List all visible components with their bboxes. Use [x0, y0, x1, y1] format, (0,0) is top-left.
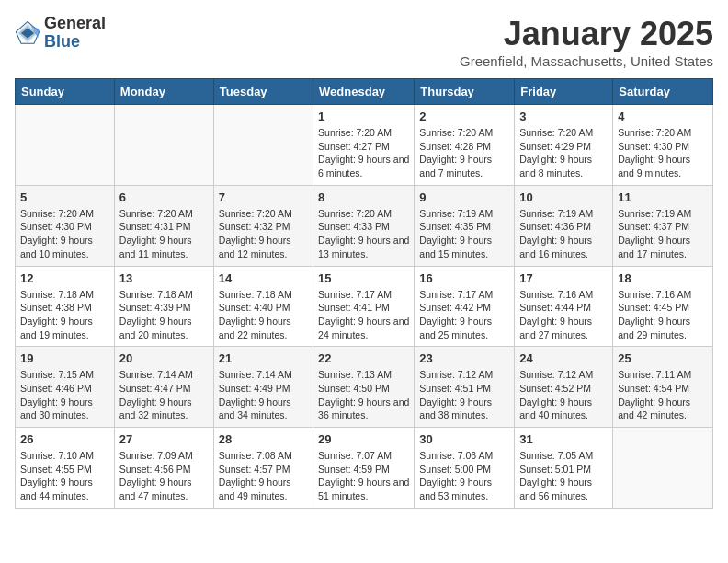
- logo: General Blue: [15, 15, 106, 52]
- day-info: Sunrise: 7:05 AM Sunset: 5:01 PM Dayligh…: [519, 449, 608, 503]
- day-number: 20: [119, 351, 209, 365]
- day-info: Sunrise: 7:08 AM Sunset: 4:57 PM Dayligh…: [219, 449, 308, 503]
- day-number: 10: [519, 190, 608, 204]
- calendar-header-row: SundayMondayTuesdayWednesdayThursdayFrid…: [16, 79, 713, 105]
- calendar-cell: 23Sunrise: 7:12 AM Sunset: 4:51 PM Dayli…: [415, 347, 515, 428]
- logo-text: General Blue: [44, 15, 106, 52]
- day-info: Sunrise: 7:17 AM Sunset: 4:42 PM Dayligh…: [419, 288, 509, 342]
- day-number: 8: [318, 190, 409, 204]
- calendar-cell: 18Sunrise: 7:16 AM Sunset: 4:45 PM Dayli…: [613, 266, 713, 347]
- day-number: 9: [419, 190, 509, 204]
- calendar-week-row: 5Sunrise: 7:20 AM Sunset: 4:30 PM Daylig…: [16, 185, 713, 266]
- day-info: Sunrise: 7:09 AM Sunset: 4:56 PM Dayligh…: [119, 449, 209, 503]
- day-number: 7: [219, 190, 308, 204]
- weekday-header: Tuesday: [213, 79, 313, 105]
- calendar-cell: 19Sunrise: 7:15 AM Sunset: 4:46 PM Dayli…: [16, 347, 115, 428]
- day-number: 28: [219, 432, 308, 446]
- calendar-week-row: 26Sunrise: 7:10 AM Sunset: 4:55 PM Dayli…: [16, 428, 713, 509]
- day-info: Sunrise: 7:11 AM Sunset: 4:54 PM Dayligh…: [618, 368, 708, 422]
- calendar-cell: 31Sunrise: 7:05 AM Sunset: 5:01 PM Dayli…: [515, 428, 613, 509]
- calendar-cell: [613, 428, 713, 509]
- day-number: 16: [419, 271, 509, 285]
- day-info: Sunrise: 7:19 AM Sunset: 4:36 PM Dayligh…: [519, 207, 608, 261]
- calendar-cell: 4Sunrise: 7:20 AM Sunset: 4:30 PM Daylig…: [613, 105, 713, 186]
- calendar-week-row: 1Sunrise: 7:20 AM Sunset: 4:27 PM Daylig…: [16, 105, 713, 186]
- day-number: 19: [20, 351, 109, 365]
- calendar-cell: 13Sunrise: 7:18 AM Sunset: 4:39 PM Dayli…: [114, 266, 213, 347]
- weekday-header: Wednesday: [313, 79, 415, 105]
- day-number: 29: [318, 432, 409, 446]
- calendar-cell: 16Sunrise: 7:17 AM Sunset: 4:42 PM Dayli…: [415, 266, 515, 347]
- calendar-cell: 28Sunrise: 7:08 AM Sunset: 4:57 PM Dayli…: [213, 428, 313, 509]
- day-number: 15: [318, 271, 409, 285]
- weekday-header: Sunday: [16, 79, 115, 105]
- day-info: Sunrise: 7:20 AM Sunset: 4:28 PM Dayligh…: [419, 126, 509, 180]
- calendar-cell: 20Sunrise: 7:14 AM Sunset: 4:47 PM Dayli…: [114, 347, 213, 428]
- day-info: Sunrise: 7:12 AM Sunset: 4:52 PM Dayligh…: [519, 368, 608, 422]
- day-info: Sunrise: 7:14 AM Sunset: 4:47 PM Dayligh…: [119, 368, 209, 422]
- calendar-cell: 30Sunrise: 7:06 AM Sunset: 5:00 PM Dayli…: [415, 428, 515, 509]
- weekday-header: Thursday: [415, 79, 515, 105]
- day-number: 2: [419, 109, 509, 123]
- calendar-cell: 14Sunrise: 7:18 AM Sunset: 4:40 PM Dayli…: [213, 266, 313, 347]
- calendar-cell: 2Sunrise: 7:20 AM Sunset: 4:28 PM Daylig…: [415, 105, 515, 186]
- calendar-week-row: 19Sunrise: 7:15 AM Sunset: 4:46 PM Dayli…: [16, 347, 713, 428]
- calendar-cell: 21Sunrise: 7:14 AM Sunset: 4:49 PM Dayli…: [213, 347, 313, 428]
- title-block: January 2025 Greenfield, Massachusetts, …: [460, 15, 713, 69]
- calendar-cell: 6Sunrise: 7:20 AM Sunset: 4:31 PM Daylig…: [114, 185, 213, 266]
- day-info: Sunrise: 7:18 AM Sunset: 4:39 PM Dayligh…: [119, 288, 209, 342]
- calendar-cell: 26Sunrise: 7:10 AM Sunset: 4:55 PM Dayli…: [16, 428, 115, 509]
- calendar-cell: 9Sunrise: 7:19 AM Sunset: 4:35 PM Daylig…: [415, 185, 515, 266]
- day-info: Sunrise: 7:18 AM Sunset: 4:40 PM Dayligh…: [219, 288, 308, 342]
- calendar-cell: 1Sunrise: 7:20 AM Sunset: 4:27 PM Daylig…: [313, 105, 415, 186]
- day-info: Sunrise: 7:20 AM Sunset: 4:33 PM Dayligh…: [318, 207, 409, 261]
- day-info: Sunrise: 7:18 AM Sunset: 4:38 PM Dayligh…: [20, 288, 109, 342]
- calendar-cell: 17Sunrise: 7:16 AM Sunset: 4:44 PM Dayli…: [515, 266, 613, 347]
- day-number: 12: [20, 271, 109, 285]
- calendar-subtitle: Greenfield, Massachusetts, United States: [460, 53, 713, 69]
- day-info: Sunrise: 7:07 AM Sunset: 4:59 PM Dayligh…: [318, 449, 409, 503]
- calendar-cell: [16, 105, 115, 186]
- day-number: 31: [519, 432, 608, 446]
- day-info: Sunrise: 7:16 AM Sunset: 4:44 PM Dayligh…: [519, 288, 608, 342]
- day-info: Sunrise: 7:12 AM Sunset: 4:51 PM Dayligh…: [419, 368, 509, 422]
- day-number: 30: [419, 432, 509, 446]
- day-number: 13: [119, 271, 209, 285]
- day-number: 6: [119, 190, 209, 204]
- day-info: Sunrise: 7:06 AM Sunset: 5:00 PM Dayligh…: [419, 449, 509, 503]
- day-number: 25: [618, 351, 708, 365]
- day-info: Sunrise: 7:14 AM Sunset: 4:49 PM Dayligh…: [219, 368, 308, 422]
- day-info: Sunrise: 7:20 AM Sunset: 4:27 PM Dayligh…: [318, 126, 409, 180]
- weekday-header: Monday: [114, 79, 213, 105]
- calendar-cell: 27Sunrise: 7:09 AM Sunset: 4:56 PM Dayli…: [114, 428, 213, 509]
- calendar-cell: 8Sunrise: 7:20 AM Sunset: 4:33 PM Daylig…: [313, 185, 415, 266]
- day-info: Sunrise: 7:20 AM Sunset: 4:31 PM Dayligh…: [119, 207, 209, 261]
- calendar-table: SundayMondayTuesdayWednesdayThursdayFrid…: [15, 78, 713, 509]
- day-info: Sunrise: 7:20 AM Sunset: 4:30 PM Dayligh…: [618, 126, 708, 180]
- day-info: Sunrise: 7:13 AM Sunset: 4:50 PM Dayligh…: [318, 368, 409, 422]
- day-number: 23: [419, 351, 509, 365]
- day-info: Sunrise: 7:17 AM Sunset: 4:41 PM Dayligh…: [318, 288, 409, 342]
- calendar-cell: [213, 105, 313, 186]
- day-info: Sunrise: 7:16 AM Sunset: 4:45 PM Dayligh…: [618, 288, 708, 342]
- weekday-header: Saturday: [613, 79, 713, 105]
- day-number: 22: [318, 351, 409, 365]
- weekday-header: Friday: [515, 79, 613, 105]
- day-number: 11: [618, 190, 708, 204]
- calendar-cell: 25Sunrise: 7:11 AM Sunset: 4:54 PM Dayli…: [613, 347, 713, 428]
- page-header: General Blue January 2025 Greenfield, Ma…: [15, 15, 713, 69]
- day-info: Sunrise: 7:20 AM Sunset: 4:30 PM Dayligh…: [20, 207, 109, 261]
- calendar-cell: 5Sunrise: 7:20 AM Sunset: 4:30 PM Daylig…: [16, 185, 115, 266]
- calendar-cell: 29Sunrise: 7:07 AM Sunset: 4:59 PM Dayli…: [313, 428, 415, 509]
- calendar-cell: 7Sunrise: 7:20 AM Sunset: 4:32 PM Daylig…: [213, 185, 313, 266]
- day-number: 18: [618, 271, 708, 285]
- calendar-cell: 3Sunrise: 7:20 AM Sunset: 4:29 PM Daylig…: [515, 105, 613, 186]
- day-info: Sunrise: 7:10 AM Sunset: 4:55 PM Dayligh…: [20, 449, 109, 503]
- day-number: 17: [519, 271, 608, 285]
- day-number: 14: [219, 271, 308, 285]
- calendar-cell: 15Sunrise: 7:17 AM Sunset: 4:41 PM Dayli…: [313, 266, 415, 347]
- calendar-week-row: 12Sunrise: 7:18 AM Sunset: 4:38 PM Dayli…: [16, 266, 713, 347]
- day-number: 5: [20, 190, 109, 204]
- day-number: 24: [519, 351, 608, 365]
- day-number: 3: [519, 109, 608, 123]
